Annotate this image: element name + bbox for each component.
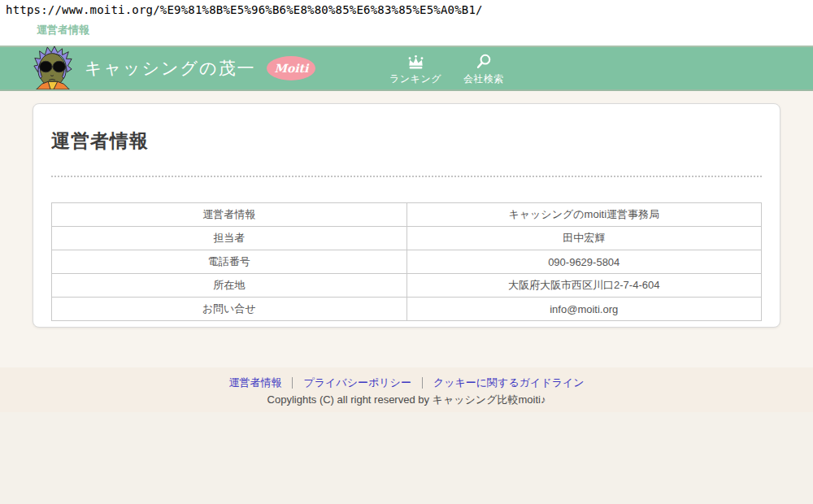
row-value: キャッシングのmoiti運営事務局 (406, 203, 762, 227)
main-content: 運営者情報 運営者情報 キャッシングのmoiti運営事務局 担当者 田中宏輝 電… (0, 91, 813, 367)
row-label: 担当者 (52, 227, 407, 250)
row-label: 所在地 (52, 274, 407, 298)
dotted-divider (51, 176, 762, 177)
row-value: 田中宏輝 (406, 227, 762, 250)
row-value: info@moiti.org (406, 298, 762, 321)
header-nav: ランキング 会社検索 (387, 52, 512, 86)
site-footer: 運営者情報 プライバシーポリシー クッキーに関するガイドライン Copyligh… (0, 367, 813, 412)
footer-links: 運営者情報 プライバシーポリシー クッキーに関するガイドライン (0, 376, 813, 390)
row-label: 運営者情報 (52, 203, 407, 227)
operator-info-table: 運営者情報 キャッシングのmoiti運営事務局 担当者 田中宏輝 電話番号 09… (51, 202, 762, 321)
page-bottom-area (0, 412, 813, 504)
footer-link-operator-info[interactable]: 運営者情報 (228, 376, 281, 390)
search-icon (476, 52, 492, 70)
table-row: お問い合せ info@moiti.org (52, 298, 762, 321)
operator-info-card: 運営者情報 運営者情報 キャッシングのmoiti運営事務局 担当者 田中宏輝 電… (33, 103, 780, 328)
footer-divider (292, 377, 293, 389)
footer-divider (422, 377, 423, 389)
page-url: https://www.moiti.org/%E9%81%8B%E5%96%B6… (6, 3, 483, 16)
browser-url-bar: https://www.moiti.org/%E9%81%8B%E5%96%B6… (0, 0, 813, 46)
footer-link-cookie-guidelines[interactable]: クッキーに関するガイドライン (433, 376, 585, 390)
site-badge: Moiti (267, 56, 315, 80)
row-value: 090-9629-5804 (406, 250, 762, 274)
nav-label: ランキング (389, 72, 441, 86)
site-title[interactable]: キャッシングの茂一 (85, 57, 255, 80)
nav-item-ranking[interactable]: ランキング (387, 52, 444, 86)
nav-item-company-search[interactable]: 会社検索 (455, 52, 512, 86)
mascot-avatar-icon (31, 46, 75, 89)
breadcrumb[interactable]: 運営者情報 (37, 23, 89, 37)
row-label: 電話番号 (52, 250, 407, 274)
site-brand: キャッシングの茂一 Moiti (85, 47, 315, 89)
row-value: 大阪府大阪市西区川口2-7-4-604 (406, 274, 762, 298)
table-row: 担当者 田中宏輝 (52, 227, 762, 250)
site-header: キャッシングの茂一 Moiti ランキング (0, 46, 813, 91)
table-row: 電話番号 090-9629-5804 (52, 250, 762, 274)
page-title: 運営者情報 (51, 128, 762, 154)
row-label: お問い合せ (52, 298, 407, 321)
nav-label: 会社検索 (463, 72, 504, 86)
table-row: 運営者情報 キャッシングのmoiti運営事務局 (52, 203, 762, 227)
copyright-text: Copylights (C) all right reserved by キャッ… (0, 393, 813, 407)
crown-icon (406, 52, 425, 70)
table-row: 所在地 大阪府大阪市西区川口2-7-4-604 (52, 274, 762, 298)
footer-link-privacy-policy[interactable]: プライバシーポリシー (303, 376, 411, 390)
